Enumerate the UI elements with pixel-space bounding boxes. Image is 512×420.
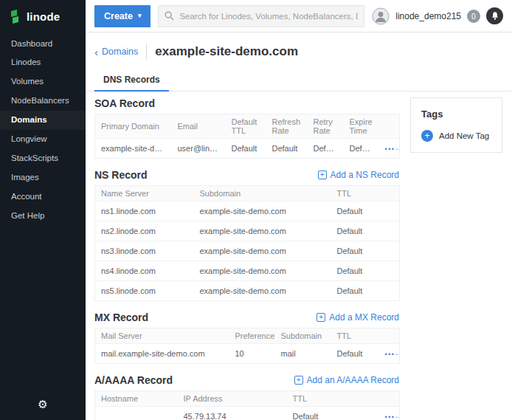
tags-title: Tags: [421, 109, 491, 120]
breadcrumb: ‹ Domains example-site-demo.com: [94, 44, 503, 60]
mx-col-ttl: TTL: [331, 328, 379, 344]
a-col-ip-address: IP Address: [178, 391, 287, 407]
a-action-menu-button[interactable]: •••: [385, 414, 395, 420]
create-button[interactable]: Create ▾: [94, 5, 151, 27]
soa-email: user@linode.com: [172, 139, 226, 159]
page-title: example-site-demo.com: [155, 44, 298, 59]
add-a-record-button[interactable]: + Add an A/AAAA Record: [294, 375, 399, 385]
mx-mail-server: mail.example-site-demo.com: [95, 344, 229, 364]
add-ns-record-button[interactable]: + Add a NS Record: [318, 170, 399, 180]
ns-section-title: NS Record: [94, 169, 148, 181]
ns-name-server: ns1.linode.com: [95, 202, 194, 221]
sidebar-item-domains[interactable]: Domains: [0, 111, 86, 130]
sidebar-item-longview[interactable]: Longview: [0, 130, 86, 149]
ns-subdomain: example-site-demo.com: [194, 221, 331, 241]
domain-detail-page: ‹ Domains example-site-demo.com DNS Reco…: [86, 32, 512, 420]
soa-col-refresh-rate: Refresh Rate: [266, 114, 308, 139]
settings-gear-icon[interactable]: ⚙: [0, 398, 86, 411]
tab-dns-records[interactable]: DNS Records: [94, 69, 169, 92]
a-record-section: A/AAAA Record + Add an A/AAAA Record Hos…: [94, 374, 399, 420]
add-a-record-label: Add an A/AAAA Record: [307, 375, 399, 385]
ns-col-subdomain: Subdomain: [194, 186, 331, 202]
plus-icon: +: [316, 313, 325, 322]
ns-ttl: Default: [331, 202, 400, 221]
ns-name-server: ns2.linode.com: [95, 221, 194, 241]
soa-col-email: Email: [172, 114, 226, 139]
ns-ttl: Default: [331, 281, 400, 301]
ns-subdomain: example-site-demo.com: [194, 281, 331, 301]
chevron-down-icon: ▾: [138, 13, 142, 19]
tags-panel: Tags + Add New Tag: [410, 97, 502, 153]
content: SOA Record Primary Domain Email Default …: [86, 92, 512, 420]
page-header: ‹ Domains example-site-demo.com: [86, 32, 512, 60]
notifications-bell-button[interactable]: [486, 7, 503, 24]
back-to-domains-link[interactable]: ‹ Domains: [94, 47, 138, 58]
sidebar-item-volumes[interactable]: Volumes: [0, 72, 86, 92]
mx-col-subdomain: Subdomain: [275, 328, 331, 344]
a-ttl: Default: [287, 407, 379, 420]
soa-col-primary-domain: Primary Domain: [95, 114, 172, 139]
main-area: Create ▾ linode_demo215 0: [86, 0, 512, 420]
notification-count-badge[interactable]: 0: [467, 10, 480, 23]
add-ns-record-label: Add a NS Record: [331, 170, 399, 180]
topbar: Create ▾ linode_demo215 0: [86, 0, 512, 32]
avatar[interactable]: [372, 7, 390, 25]
soa-action-menu-button[interactable]: •••: [385, 146, 395, 153]
ns-name-server: ns5.linode.com: [95, 281, 194, 301]
soa-col-expire-time: Expire Time: [344, 114, 379, 139]
a-col-actions: [379, 391, 400, 407]
sidebar-item-linodes[interactable]: Linodes: [0, 53, 86, 72]
soa-expire-time: Default: [344, 139, 379, 159]
ns-name-server: ns3.linode.com: [95, 241, 194, 261]
add-new-tag-button[interactable]: + Add New Tag: [421, 130, 491, 142]
create-button-label: Create: [104, 11, 133, 21]
ns-ttl: Default: [331, 221, 400, 241]
bell-icon: [491, 11, 499, 21]
search-icon: [165, 11, 174, 21]
username[interactable]: linode_demo215: [395, 11, 461, 21]
sidebar-item-get-help[interactable]: Get Help: [0, 206, 86, 225]
ns-ttl: Default: [331, 241, 400, 261]
mx-col-mail-server: Mail Server: [95, 328, 229, 344]
table-row: example-site-demo.com user@linode.com De…: [95, 139, 400, 159]
soa-default-ttl: Default: [226, 139, 266, 159]
linode-logo-icon: [10, 10, 22, 24]
search-input[interactable]: [179, 12, 358, 21]
add-mx-record-button[interactable]: + Add a MX Record: [316, 312, 399, 323]
plus-icon: +: [294, 376, 303, 385]
sidebar-item-images[interactable]: Images: [0, 168, 86, 187]
soa-refresh-rate: Default: [266, 139, 308, 159]
soa-section-title: SOA Record: [94, 97, 155, 109]
sidebar-nav: Dashboard Linodes Volumes NodeBalancers …: [0, 34, 86, 225]
mx-action-menu-button[interactable]: •••: [385, 351, 395, 358]
ns-record-table: Name Server Subdomain TTL ns1.linode.com…: [94, 185, 400, 301]
mx-col-actions: [379, 328, 400, 344]
plus-icon: +: [318, 171, 327, 179]
search-bar[interactable]: [158, 5, 364, 27]
linode-logo[interactable]: linode: [0, 0, 86, 34]
mx-record-section: MX Record + Add a MX Record Mail Server …: [94, 311, 399, 364]
a-section-title: A/AAAA Record: [94, 374, 173, 386]
mx-preference: 10: [229, 344, 275, 364]
table-row: mail.example-site-demo.com 10 mail Defau…: [95, 344, 400, 364]
add-mx-record-label: Add a MX Record: [329, 312, 399, 323]
mx-ttl: Default: [331, 344, 379, 364]
mx-record-table: Mail Server Preference Subdomain TTL mai…: [94, 328, 400, 364]
mx-col-preference: Preference: [229, 328, 275, 344]
ns-ttl: Default: [331, 261, 400, 281]
ns-subdomain: example-site-demo.com: [194, 261, 331, 281]
sidebar-item-account[interactable]: Account: [0, 187, 86, 207]
sidebar-item-stackscripts[interactable]: StackScripts: [0, 149, 86, 168]
ns-col-name-server: Name Server: [95, 186, 194, 202]
sidebar-item-dashboard[interactable]: Dashboard: [0, 34, 86, 53]
a-col-ttl: TTL: [287, 391, 379, 407]
a-hostname: [95, 407, 178, 420]
topbar-right: linode_demo215 0: [372, 7, 503, 25]
soa-retry-rate: Default: [308, 139, 344, 159]
sidebar: linode Dashboard Linodes Volumes NodeBal…: [0, 0, 86, 420]
sidebar-item-nodebalancers[interactable]: NodeBalancers: [0, 92, 86, 111]
table-row: ns3.linode.com example-site-demo.com Def…: [95, 241, 400, 261]
chevron-left-icon: ‹: [94, 47, 98, 58]
soa-record-section: SOA Record Primary Domain Email Default …: [94, 97, 399, 159]
ns-record-section: NS Record + Add a NS Record Name Server …: [94, 169, 399, 301]
